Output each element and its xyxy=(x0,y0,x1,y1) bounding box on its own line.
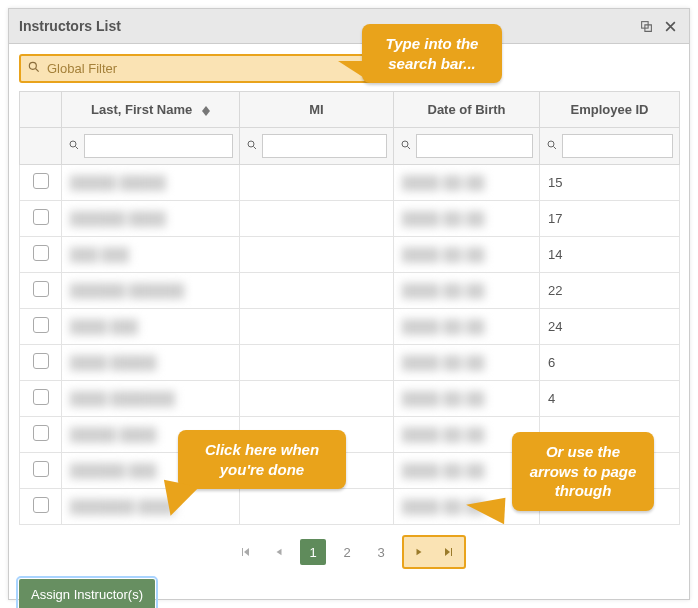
search-icon xyxy=(68,139,80,154)
filter-dob-input[interactable] xyxy=(416,134,533,158)
pager-page-3[interactable]: 3 xyxy=(368,539,394,565)
row-checkbox[interactable] xyxy=(33,209,49,225)
search-icon xyxy=(546,139,558,154)
table-row: ███ ███████-██-██14 xyxy=(20,237,680,273)
cell-empid: 15 xyxy=(540,165,680,201)
assign-instructors-button[interactable]: Assign Instructor(s) xyxy=(19,579,155,608)
svg-point-1 xyxy=(29,62,36,69)
table-row: ████ █████████-██-██6 xyxy=(20,345,680,381)
window-title: Instructors List xyxy=(19,18,631,34)
row-checkbox[interactable] xyxy=(33,317,49,333)
pager-last[interactable] xyxy=(436,539,462,565)
cell-mi xyxy=(240,273,394,309)
table-row: ██████ ████████-██-██17 xyxy=(20,201,680,237)
col-mi[interactable]: MI xyxy=(240,92,394,128)
cell-dob: ████-██-██ xyxy=(394,165,540,201)
cell-dob: ████-██-██ xyxy=(394,309,540,345)
col-empid[interactable]: Employee ID xyxy=(540,92,680,128)
cell-name: ████ ███████ xyxy=(62,381,240,417)
cell-mi xyxy=(240,237,394,273)
cell-mi xyxy=(240,489,394,525)
pager-next[interactable] xyxy=(406,539,432,565)
cell-empid: 4 xyxy=(540,381,680,417)
pager-prev[interactable] xyxy=(266,539,292,565)
table-row: ██████ ██████████-██-██22 xyxy=(20,273,680,309)
cell-name: ███ ███ xyxy=(62,237,240,273)
cell-empid: 24 xyxy=(540,309,680,345)
cell-mi xyxy=(240,201,394,237)
row-checkbox[interactable] xyxy=(33,353,49,369)
cell-empid: 14 xyxy=(540,237,680,273)
pager-first[interactable] xyxy=(232,539,258,565)
cell-name: ██████ ████ xyxy=(62,201,240,237)
filter-name-input[interactable] xyxy=(84,134,233,158)
cell-mi xyxy=(240,165,394,201)
row-checkbox[interactable] xyxy=(33,497,49,513)
svg-point-2 xyxy=(70,141,76,147)
close-icon[interactable] xyxy=(661,17,679,35)
cell-empid: 22 xyxy=(540,273,680,309)
cell-name: ███████ ████ xyxy=(62,489,240,525)
cell-empid: 17 xyxy=(540,201,680,237)
cell-dob: ████-██-██ xyxy=(394,345,540,381)
row-checkbox[interactable] xyxy=(33,281,49,297)
filter-empid-input[interactable] xyxy=(562,134,673,158)
callout-page: Or use the arrows to page through xyxy=(512,432,654,511)
search-icon xyxy=(246,139,258,154)
row-checkbox[interactable] xyxy=(33,173,49,189)
col-name[interactable]: Last, First Name xyxy=(62,92,240,128)
row-checkbox[interactable] xyxy=(33,245,49,261)
cell-mi xyxy=(240,345,394,381)
header-row: Last, First Name MI Date of Birth Employ… xyxy=(20,92,680,128)
cell-dob: ████-██-██ xyxy=(394,381,540,417)
detach-icon[interactable] xyxy=(637,17,655,35)
table-row: █████ █████████-██-██15 xyxy=(20,165,680,201)
filter-row xyxy=(20,128,680,165)
cell-name: ██████ ██████ xyxy=(62,273,240,309)
row-checkbox[interactable] xyxy=(33,425,49,441)
pager-page-1[interactable]: 1 xyxy=(300,539,326,565)
cell-mi xyxy=(240,381,394,417)
search-icon xyxy=(400,139,412,154)
cell-dob: ████-██-██ xyxy=(394,201,540,237)
row-checkbox[interactable] xyxy=(33,389,49,405)
callout-search: Type into the search bar... xyxy=(362,24,502,83)
instructors-list-dialog: Instructors List Last, First Name xyxy=(8,8,690,600)
col-checkbox xyxy=(20,92,62,128)
cell-dob: ████-██-██ xyxy=(394,237,540,273)
pager-next-group xyxy=(402,535,466,569)
svg-point-4 xyxy=(402,141,408,147)
pager-page-2[interactable]: 2 xyxy=(334,539,360,565)
cell-dob: ████-██-██ xyxy=(394,273,540,309)
svg-point-3 xyxy=(248,141,254,147)
cell-name: ████ ███ xyxy=(62,309,240,345)
svg-point-5 xyxy=(548,141,554,147)
search-icon xyxy=(27,60,41,77)
row-checkbox[interactable] xyxy=(33,461,49,477)
col-dob[interactable]: Date of Birth xyxy=(394,92,540,128)
cell-mi xyxy=(240,309,394,345)
table-row: ████ ███████-██-██24 xyxy=(20,309,680,345)
callout-done: Click here when you're done xyxy=(178,430,346,489)
filter-mi-input[interactable] xyxy=(262,134,387,158)
cell-name: █████ █████ xyxy=(62,165,240,201)
col-name-label: Last, First Name xyxy=(91,102,192,117)
cell-empid: 6 xyxy=(540,345,680,381)
pager: 123 xyxy=(19,525,679,579)
dialog-content: Last, First Name MI Date of Birth Employ… xyxy=(9,44,689,608)
table-row: ████ ███████████-██-██4 xyxy=(20,381,680,417)
cell-name: ████ █████ xyxy=(62,345,240,381)
sort-icon xyxy=(202,106,210,116)
titlebar: Instructors List xyxy=(9,9,689,44)
